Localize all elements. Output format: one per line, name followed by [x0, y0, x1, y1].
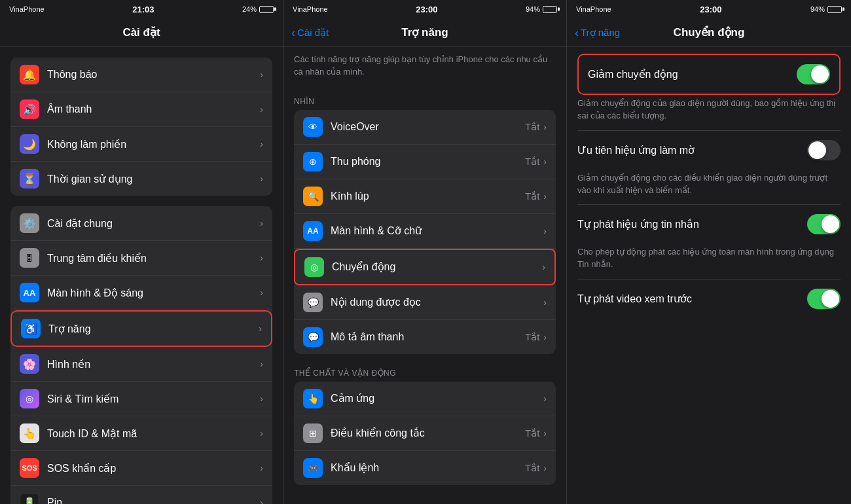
left-nav-title: Cài đặt [122, 26, 160, 39]
mid-scroll[interactable]: Các tính năng trợ năng giúp bạn tùy chỉn… [283, 47, 566, 504]
tt-chevron: › [260, 253, 263, 263]
mid-item-thu-phong[interactable]: ⊕ Thu phóng Tắt › [294, 145, 556, 179]
mid-item-kinh-lup[interactable]: 🔍 Kính lúp Tắt › [294, 179, 556, 214]
cam-ung-label: Cảm ứng [331, 392, 543, 405]
right-status-bar: VinaPhone 23:00 94% [567, 0, 851, 18]
tu-phat-toggle[interactable] [807, 214, 841, 234]
giam-cd-knob [811, 65, 829, 83]
giam-cd-toggle[interactable] [797, 64, 830, 84]
thong-bao-icon: 🔔 [20, 65, 39, 84]
mo-ta-value: Tắt [525, 331, 539, 343]
right-time: 23:00 [700, 5, 721, 14]
sidebar-item-pin[interactable]: 🔋 Pin › [10, 486, 272, 504]
left-group-2: ⚙️ Cài đặt chung › 🎛 Trung tâm điều khiể… [10, 206, 272, 504]
mid-battery-bar [543, 6, 557, 13]
giam-chuyen-dong-highlight: Giảm chuyển động [577, 54, 841, 95]
trung-tam-label: Trung tâm điều khiển [47, 252, 260, 264]
right-nav-back[interactable]: ‹ Trợ năng [575, 27, 620, 39]
mid-item-chuyen-dong[interactable]: ◎ Chuyển động › [295, 250, 554, 284]
sidebar-item-man-hinh-do-sang[interactable]: AA Màn hình & Độ sáng › [10, 276, 272, 310]
mtat-chevron: › [543, 332, 547, 342]
klp-chevron: › [260, 139, 263, 149]
sidebar-item-thoi-gian[interactable]: ⏳ Thời gian sử dụng › [10, 162, 272, 196]
mid-item-dieu-khien[interactable]: ⊞ Điều khiển công tắc Tắt › [294, 416, 556, 451]
right-scroll[interactable]: Giảm chuyển động Giảm chuyển động của gi… [567, 47, 851, 504]
sidebar-item-am-thanh[interactable]: 🔊 Âm thanh › [10, 92, 272, 127]
left-scroll[interactable]: 🔔 Thông báo › 🔊 Âm thanh › 🌙 Không làm p… [0, 47, 283, 504]
sos-label: SOS khẩn cấp [47, 462, 260, 475]
mid-nav-bar: ‹ Cài đặt Trợ năng [283, 18, 566, 47]
am-thanh-label: Âm thanh [47, 103, 260, 115]
mid-item-cam-ung[interactable]: 👆 Cảm ứng › [294, 382, 556, 416]
kinh-lup-icon: 🔍 [303, 187, 323, 206]
sidebar-item-hinh-nen[interactable]: 🌸 Hình nền › [10, 347, 272, 382]
sidebar-item-cai-dat-chung[interactable]: ⚙️ Cài đặt chung › [10, 206, 272, 241]
tu-phat-label: Tự phát hiệu ứng tin nhắn [577, 218, 807, 230]
mid-section-the-chat: THỂ CHẤT VÀ VẬN ĐỘNG [283, 359, 566, 382]
tro-nang-icon: ♿ [21, 319, 41, 338]
sidebar-item-trung-tam[interactable]: 🎛 Trung tâm điều khiển › [10, 241, 272, 276]
left-carrier: VinaPhone [9, 5, 45, 13]
khau-lenh-icon: 🎮 [303, 458, 323, 478]
giam-cd-desc: Giảm chuyển động của giao diện người dùn… [567, 95, 851, 130]
left-battery-pct: 24% [242, 5, 257, 13]
tu-phat-video-knob [822, 290, 839, 308]
touch-id-icon: 👆 [20, 423, 39, 443]
kl-chevron: › [543, 191, 547, 202]
mo-ta-label: Mô tả âm thanh [331, 331, 525, 343]
mid-item-man-hinh-co-chu[interactable]: AA Màn hình & Cỡ chữ › [294, 214, 556, 249]
mhcc-label: Màn hình & Cỡ chữ [331, 225, 543, 237]
right-item-uu-tien[interactable]: Ưu tiên hiệu ứng làm mờ [567, 131, 851, 170]
siri-icon: ◎ [20, 389, 39, 408]
uu-tien-desc: Giảm chuyển động cho các điều khiển giao… [567, 170, 851, 205]
mid-description: Các tính năng trợ năng giúp bạn tùy chỉn… [283, 47, 566, 88]
mid-item-mo-ta-am-thanh[interactable]: 💬 Mô tả âm thanh Tắt › [294, 320, 556, 354]
voiceover-value: Tắt [525, 121, 539, 133]
mid-chuyen-dong-highlight: ◎ Chuyển động › [294, 249, 556, 285]
hinh-nen-label: Hình nền [47, 358, 260, 370]
sidebar-item-sos[interactable]: SOS SOS khẩn cấp › [10, 451, 272, 486]
mid-nav-back[interactable]: ‹ Cài đặt [291, 27, 329, 39]
dieu-khien-icon: ⊞ [303, 423, 323, 443]
mid-item-voiceover[interactable]: 👁 VoiceOver Tắt › [294, 110, 556, 145]
mo-ta-icon: 💬 [303, 327, 323, 347]
thong-bao-label: Thông báo [47, 69, 260, 81]
right-nav-bar: ‹ Trợ năng Chuyển động [567, 18, 851, 47]
mid-item-khau-lenh[interactable]: 🎮 Khẩu lệnh Tắt › [294, 451, 556, 485]
sidebar-item-siri[interactable]: ◎ Siri & Tìm kiếm › [10, 382, 272, 416]
cam-ung-icon: 👆 [303, 389, 323, 408]
right-item-tu-phat-video[interactable]: Tự phát video xem trước [567, 279, 851, 318]
siri-chevron: › [260, 393, 263, 404]
tg-chevron: › [260, 173, 263, 184]
sidebar-item-thong-bao[interactable]: 🔔 Thông báo › [10, 58, 272, 92]
sidebar-item-tro-nang[interactable]: ♿ Trợ năng › [12, 312, 271, 346]
left-nav-bar: Cài đặt [0, 18, 283, 47]
right-item-giam-cd[interactable]: Giảm chuyển động [579, 55, 839, 94]
thoi-gian-label: Thời gian sử dụng [47, 173, 260, 185]
cai-dat-chung-label: Cài đặt chung [47, 217, 260, 230]
tu-phat-knob [822, 215, 839, 233]
sidebar-item-touch-id[interactable]: 👆 Touch ID & Mật mã › [10, 416, 272, 451]
right-battery-bar [827, 6, 842, 13]
touch-id-label: Touch ID & Mật mã [47, 427, 260, 440]
mhds-chevron: › [260, 287, 263, 298]
right-item-tu-phat[interactable]: Tự phát hiệu ứng tin nhắn [567, 205, 851, 243]
tu-phat-desc: Cho phép tự động phát các hiệu ứng toàn … [567, 243, 851, 279]
mid-battery-pct: 94% [526, 5, 540, 13]
voiceover-icon: 👁 [303, 117, 323, 137]
tu-phat-video-toggle[interactable] [807, 289, 841, 309]
mid-section-nhin: NHÌN [283, 88, 566, 110]
tid-chevron: › [260, 428, 263, 439]
left-status-bar: VinaPhone 21:03 24% [0, 0, 283, 18]
sidebar-item-khong-lam-phien[interactable]: 🌙 Không làm phiền › [10, 127, 272, 162]
mid-carrier: VinaPhone [293, 5, 328, 13]
nd-chevron: › [543, 297, 547, 308]
right-carrier: VinaPhone [576, 5, 611, 13]
thong-bao-chevron: › [260, 69, 263, 80]
tro-nang-label: Trợ năng [48, 323, 259, 335]
uu-tien-toggle[interactable] [807, 140, 841, 160]
cai-dat-chung-icon: ⚙️ [20, 213, 39, 233]
mid-item-noi-dung[interactable]: 💬 Nội dung được đọc › [294, 285, 556, 320]
right-battery-pct: 94% [810, 5, 825, 13]
thoi-gian-icon: ⏳ [20, 169, 39, 189]
